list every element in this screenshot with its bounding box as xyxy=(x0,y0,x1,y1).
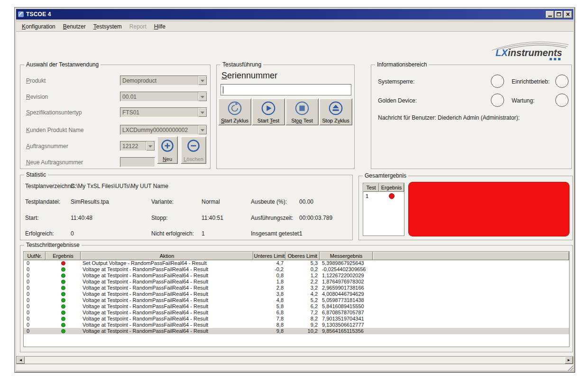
cell-unteres-limit: 0,8 xyxy=(253,273,285,279)
spezifikationsuntertyp-dropdown[interactable]: FTS01 xyxy=(120,107,207,117)
maximize-button[interactable] xyxy=(555,11,563,18)
table-row[interactable]: 0Voltage at Testpoint - RandomPassFailRe… xyxy=(24,285,569,291)
table-row[interactable]: 0Voltage at Testpoint - RandomPassFailRe… xyxy=(24,316,569,322)
table-row[interactable]: 0Voltage at Testpoint - RandomPassFailRe… xyxy=(24,291,569,297)
start-zyklus-button[interactable]: Start Zyklus xyxy=(218,98,251,125)
cell-ergebnis xyxy=(46,328,81,334)
step-results-header: UutNr. Ergebnis Aktion Unteres Limit Obe… xyxy=(24,252,569,260)
cell-unteres-limit: 1,8 xyxy=(253,279,285,285)
auftragsnummer-dropdown[interactable]: 12122 xyxy=(120,141,155,151)
stopp-label: Stopp: xyxy=(151,215,168,221)
cell-ergebnis xyxy=(46,273,81,279)
scroll-right-arrow[interactable]: ► xyxy=(565,357,573,364)
seriennummer-input[interactable] xyxy=(220,84,351,95)
neu-button[interactable]: Neu xyxy=(157,136,178,164)
cell-ergebnis xyxy=(46,285,81,291)
table-row[interactable]: 1 xyxy=(363,192,404,200)
table-row[interactable]: 0Voltage at Testpoint - RandomPassFailRe… xyxy=(24,297,569,303)
start-test-button[interactable]: Start Test xyxy=(252,98,285,125)
cell-oberes-limit: 7,2 xyxy=(285,310,320,316)
chevron-down-icon[interactable] xyxy=(146,141,155,151)
cell-messergebnis: 5,8416089415550 xyxy=(320,303,373,310)
cell-filler xyxy=(373,328,569,334)
produkt-label: Produkt xyxy=(26,77,46,84)
group-title: Statistic xyxy=(24,171,48,178)
pass-dot xyxy=(61,311,65,315)
minimize-button[interactable] xyxy=(546,11,554,18)
minus-icon xyxy=(187,139,200,152)
group-test-selection: Auswahl der Testanwendung Produkt Demopr… xyxy=(20,65,211,169)
table-row[interactable]: 0Voltage at Testpoint - RandomPassFailRe… xyxy=(24,322,569,328)
titlebar[interactable]: TSCOE 4 × xyxy=(16,9,573,19)
column-header-uutnr[interactable]: UutNr. xyxy=(24,252,46,260)
column-header-oberes-limit[interactable]: Oberes Limit xyxy=(285,252,320,260)
systemsperre-label: Systemsperre: xyxy=(378,78,414,85)
wartung-indicator xyxy=(555,94,569,107)
menu-konfiguration[interactable]: Konfiguration xyxy=(18,22,59,31)
column-header-ergebnis[interactable]: Ergebnis xyxy=(379,183,404,192)
ausbeute-label: Ausbeute (%): xyxy=(251,198,287,205)
resize-grip[interactable] xyxy=(568,365,574,371)
chevron-down-icon[interactable] xyxy=(198,92,207,101)
cell-uutnr: 0 xyxy=(24,260,46,266)
step-results-table[interactable]: UutNr. Ergebnis Aktion Unteres Limit Obe… xyxy=(23,251,570,347)
cell-messergebnis: 2,9659901738166 xyxy=(320,285,373,291)
column-header-filler xyxy=(373,252,569,260)
cell-unteres-limit: 7,8 xyxy=(253,316,285,322)
cell-filler xyxy=(373,285,569,291)
close-icon: × xyxy=(566,12,570,17)
table-row[interactable]: 0Voltage at Testpoint - RandomPassFailRe… xyxy=(24,273,569,279)
kunden-produkt-name-dropdown[interactable]: LXCDummy00000000002 xyxy=(120,125,207,135)
cell-messergebnis: 7,9013519704341 xyxy=(320,316,373,322)
overall-result-table[interactable]: Test Ergebnis 1 xyxy=(363,183,404,236)
cell-filler xyxy=(373,279,569,285)
menu-hilfe[interactable]: Hilfe xyxy=(150,22,169,31)
chevron-down-icon[interactable] xyxy=(198,125,207,134)
group-statistic: Statistic Testplanverzeichnis: C:\My TxS… xyxy=(20,175,353,240)
einrichtbetrieb-label: Einrichtbetrieb: xyxy=(512,78,550,85)
column-header-messergebnis[interactable]: Messergebnis xyxy=(320,252,373,260)
cell-oberes-limit: 8,2 xyxy=(285,316,320,322)
eject-icon xyxy=(328,101,343,116)
einrichtbetrieb-indicator xyxy=(555,75,569,88)
revision-dropdown[interactable]: 00.01 xyxy=(120,92,207,102)
cell-unteres-limit: 3,8 xyxy=(253,291,285,297)
table-row[interactable]: 0Voltage at Testpoint - RandomPassFailRe… xyxy=(24,303,569,310)
cell-filler xyxy=(373,303,569,310)
menu-benutzer[interactable]: Benutzer xyxy=(59,22,90,31)
neue-auftragsnummer-input[interactable] xyxy=(120,157,155,167)
scroll-left-arrow[interactable]: ◄ xyxy=(17,357,25,364)
horizontal-scrollbar[interactable]: ◄ ► xyxy=(16,356,573,364)
stop-zyklus-button[interactable]: Stop Zyklus xyxy=(319,98,352,125)
cell-ergebnis xyxy=(46,322,81,328)
cycle-icon xyxy=(227,101,242,116)
cell-ergebnis xyxy=(46,310,81,316)
close-button[interactable]: × xyxy=(564,11,572,18)
menu-testsystem[interactable]: Testsystem xyxy=(90,22,126,31)
window-title: TSCOE 4 xyxy=(26,11,545,18)
stop-test-button[interactable]: Stop Test xyxy=(285,98,319,125)
cell-filler xyxy=(373,273,569,279)
table-row[interactable]: 0Voltage at Testpoint - RandomPassFailRe… xyxy=(24,266,569,273)
cell-uutnr: 0 xyxy=(24,310,46,316)
column-header-unteres-limit[interactable]: Unteres Limit xyxy=(253,252,285,260)
cell-filler xyxy=(373,260,569,266)
overall-status-panel xyxy=(408,182,570,236)
loeschen-button[interactable]: Löschen xyxy=(181,136,206,164)
cell-unteres-limit: 4,7 xyxy=(253,260,285,266)
table-row[interactable]: 0Voltage at Testpoint - RandomPassFailRe… xyxy=(24,279,569,285)
table-row[interactable]: 0Voltage at Testpoint - RandomPassFailRe… xyxy=(24,310,569,316)
logo-instruments: instruments xyxy=(508,47,562,58)
table-row[interactable]: 0Voltage at Testpoint - RandomPassFailRe… xyxy=(24,328,569,334)
group-title: Gesamtergebnis xyxy=(363,172,408,179)
table-row[interactable]: 0Set Output Voltage - RandomPassFailReal… xyxy=(24,260,569,266)
column-header-test[interactable]: Test xyxy=(363,183,379,192)
column-header-aktion[interactable]: Aktion xyxy=(81,252,253,260)
produkt-dropdown[interactable]: Demoproduct xyxy=(120,75,207,85)
chevron-down-icon[interactable] xyxy=(198,76,207,85)
cell-oberes-limit: 5,2 xyxy=(285,297,320,303)
stop-icon xyxy=(294,101,310,116)
golden-device-indicator xyxy=(491,94,504,107)
chevron-down-icon[interactable] xyxy=(198,108,207,117)
column-header-ergebnis[interactable]: Ergebnis xyxy=(46,252,81,260)
